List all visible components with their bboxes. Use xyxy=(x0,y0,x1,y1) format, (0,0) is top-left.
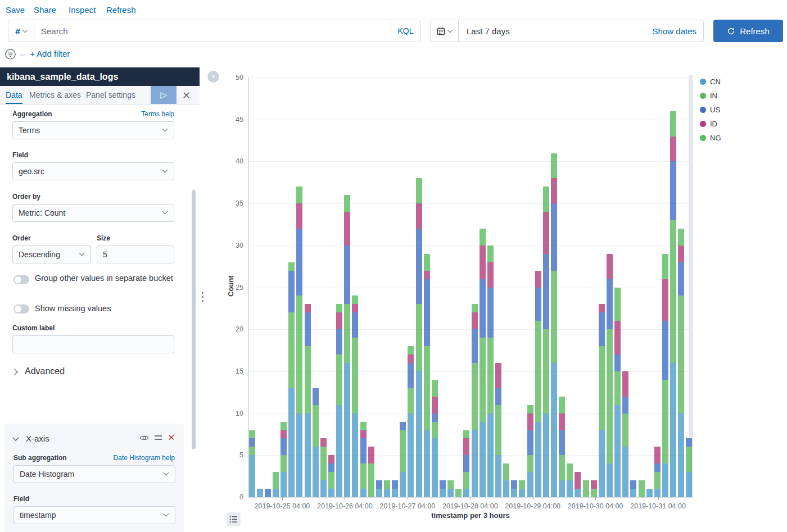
filter-icon[interactable] xyxy=(4,48,16,60)
bar-segment-CN[interactable] xyxy=(670,363,676,497)
bar-segment-CN[interactable] xyxy=(622,447,628,497)
bar-segment-IN[interactable] xyxy=(559,455,565,480)
bar-segment-US[interactable] xyxy=(424,279,430,347)
bar-segment-US[interactable] xyxy=(328,463,334,472)
bar-segment-NG[interactable] xyxy=(296,187,302,203)
bar-segment-ID[interactable] xyxy=(495,363,501,388)
bar-segment-IN[interactable] xyxy=(320,447,327,480)
bar-segment-IN[interactable] xyxy=(686,447,692,472)
stacked-bar[interactable] xyxy=(599,78,605,497)
bar-segment-CN[interactable] xyxy=(678,413,684,497)
bar-segment-CN[interactable] xyxy=(614,405,621,497)
bar-segment-CN[interactable] xyxy=(535,422,541,497)
advanced-accordion[interactable]: Advanced xyxy=(12,366,65,376)
bar-segment-US[interactable] xyxy=(607,279,613,330)
bar-segment-IN[interactable] xyxy=(408,388,414,413)
bar-segment-CN[interactable] xyxy=(352,413,358,497)
bar-segment-CN[interactable] xyxy=(328,489,334,497)
bar-segment-CN[interactable] xyxy=(495,455,501,497)
stacked-bar[interactable] xyxy=(662,78,668,497)
drag-handle-icon[interactable] xyxy=(155,435,162,440)
field-select[interactable]: geo.src xyxy=(12,162,174,180)
bar-segment-US[interactable] xyxy=(296,229,302,296)
stacked-bar[interactable] xyxy=(265,78,271,497)
bar-segment-US[interactable] xyxy=(305,312,311,346)
bar-segment-IN[interactable] xyxy=(249,447,255,455)
bar-segment-CN[interactable] xyxy=(686,472,692,497)
kql-button[interactable]: KQL xyxy=(391,20,420,42)
bar-segment-IN[interactable] xyxy=(614,371,621,405)
bar-segment-CN[interactable] xyxy=(360,489,367,497)
stacked-bar[interactable] xyxy=(257,78,263,497)
bar-segment-CN[interactable] xyxy=(527,472,533,497)
stacked-bar[interactable] xyxy=(511,78,517,497)
bar-segment-ID[interactable] xyxy=(416,203,422,229)
bar-segment-ID[interactable] xyxy=(607,254,613,279)
bar-segment-IN[interactable] xyxy=(432,422,438,439)
bar-segment-ID[interactable] xyxy=(344,212,350,245)
bar-segment-IN[interactable] xyxy=(543,329,549,413)
bar-segment-NG[interactable] xyxy=(288,262,295,271)
bar-segment-US[interactable] xyxy=(408,363,414,388)
size-input[interactable] xyxy=(97,245,174,263)
bar-segment-ID[interactable] xyxy=(622,371,628,397)
bar-segment-IN[interactable] xyxy=(678,295,684,413)
bar-segment-US[interactable] xyxy=(511,480,517,489)
time-range-value[interactable]: Last 7 days xyxy=(459,26,653,36)
bar-segment-ID[interactable] xyxy=(472,312,478,329)
stacked-bar[interactable] xyxy=(305,78,311,497)
bar-segment-IN[interactable] xyxy=(360,463,367,489)
bar-segment-CN[interactable] xyxy=(511,489,517,497)
bar-segment-US[interactable] xyxy=(480,279,486,338)
bar-segment-IN[interactable] xyxy=(416,304,422,371)
bar-segment-CN[interactable] xyxy=(392,489,398,497)
bar-segment-ID[interactable] xyxy=(575,472,581,489)
bar-segment-ID[interactable] xyxy=(432,397,438,413)
bar-segment-US[interactable] xyxy=(376,480,382,489)
stacked-bar[interactable] xyxy=(440,78,446,497)
bar-segment-CN[interactable] xyxy=(662,463,668,497)
bar-segment-US[interactable] xyxy=(265,489,271,497)
bar-segment-NG[interactable] xyxy=(432,380,438,397)
legend-item-CN[interactable]: CN xyxy=(700,75,721,89)
stacked-bar[interactable] xyxy=(463,78,469,497)
stacked-bar[interactable] xyxy=(535,78,541,497)
stacked-bar[interactable] xyxy=(607,78,613,497)
bar-segment-ID[interactable] xyxy=(368,447,374,463)
stacked-bar[interactable] xyxy=(281,78,287,497)
saved-query-menu-button[interactable]: # xyxy=(8,20,34,42)
stacked-bar[interactable] xyxy=(376,78,382,497)
bar-segment-IN[interactable] xyxy=(639,480,645,497)
bar-segment-CN[interactable] xyxy=(567,480,573,497)
bar-segment-NG[interactable] xyxy=(408,346,414,354)
stacked-bar[interactable] xyxy=(480,78,486,497)
bar-segment-ID[interactable] xyxy=(559,413,565,430)
bar-segment-US[interactable] xyxy=(432,413,438,422)
stacked-bar[interactable] xyxy=(503,78,509,497)
bar-segment-US[interactable] xyxy=(400,422,406,430)
bar-segment-ID[interactable] xyxy=(352,304,358,312)
bar-segment-CN[interactable] xyxy=(408,413,414,497)
stacked-bar[interactable] xyxy=(344,78,350,497)
tab-data[interactable]: Data xyxy=(6,86,22,104)
stacked-bar[interactable] xyxy=(408,78,414,497)
bar-segment-NG[interactable] xyxy=(543,187,549,212)
bar-segment-IN[interactable] xyxy=(599,346,605,430)
bar-segment-NG[interactable] xyxy=(527,405,533,413)
bar-segment-IN[interactable] xyxy=(296,295,302,413)
bar-segment-NG[interactable] xyxy=(463,430,469,439)
bar-segment-IN[interactable] xyxy=(591,489,597,497)
bar-segment-US[interactable] xyxy=(392,480,398,489)
stacked-bar[interactable] xyxy=(368,78,374,497)
legend-item-NG[interactable]: NG xyxy=(700,131,721,145)
bar-segment-CN[interactable] xyxy=(400,472,406,497)
bar-segment-IN[interactable] xyxy=(447,480,454,489)
bar-segment-CN[interactable] xyxy=(424,430,430,497)
bar-segment-NG[interactable] xyxy=(344,195,350,212)
bar-segment-ID[interactable] xyxy=(296,203,302,229)
inspect-link[interactable]: Inspect xyxy=(69,5,96,15)
bar-segment-CN[interactable] xyxy=(503,480,509,497)
bar-segment-ID[interactable] xyxy=(360,430,367,439)
bar-segment-US[interactable] xyxy=(336,329,342,354)
legend-item-US[interactable]: US xyxy=(700,103,721,117)
